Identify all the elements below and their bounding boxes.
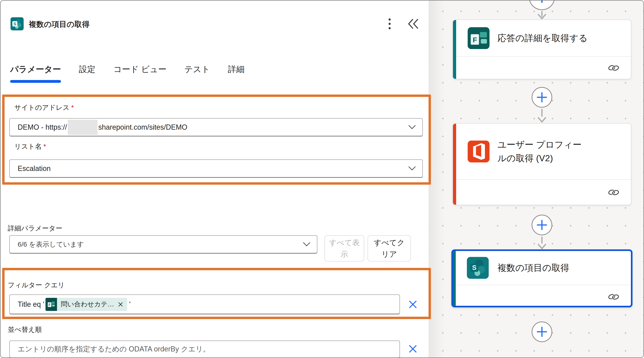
filter-query-input[interactable]: Title eq ' F 問い合わせカテ… ' [9,294,400,314]
flow-card-get-user-profile[interactable]: ユーザー プロフィー ルの取得 (V2) [452,123,631,205]
card-stripe [453,124,456,205]
sharepoint-icon: S [467,257,489,279]
action-config-panel: S 複数の項目の取得 パラメーター 設定 コード ビュー テスト 詳細 サイトの… [0,0,428,358]
flow-connector-line [541,109,542,117]
list-name-select[interactable]: Escalation [9,160,423,178]
insert-action-button[interactable] [532,215,552,235]
page-title: 複数の項目の取得 [29,19,90,30]
svg-text:S: S [472,264,476,271]
site-address-select[interactable]: DEMO - https://sharepoint.com/sites/DEMO [9,118,423,136]
card-title: ユーザー プロフィー ルの取得 (V2) [498,138,624,165]
plus-icon [536,92,548,103]
flow-card-get-response-details[interactable]: F 応答の詳細を取得する [452,20,631,79]
tab-settings[interactable]: 設定 [79,64,96,83]
redacted-tenant-block [68,120,98,135]
required-asterisk: * [43,142,46,150]
advanced-parameters-select[interactable]: 6/6 を表示しています [9,235,317,254]
connection-icon[interactable] [608,63,620,72]
plus-icon [536,326,548,337]
list-name-label: リスト名* [14,142,46,151]
advanced-parameters-label: 詳細パラメーター [8,224,62,233]
sort-order-input[interactable]: エントリの順序を指定するための ODATA orderBy クエリ。 [9,340,400,358]
dynamic-content-token[interactable]: F 問い合わせカテ… [46,298,127,311]
more-menu-button[interactable] [383,17,396,30]
forms-icon: F [468,27,490,49]
card-title: 応答の詳細を取得する [498,31,624,45]
double-chevron-left-icon [407,18,420,30]
site-address-value-prefix: DEMO - https:// [18,123,67,132]
tab-parameters[interactable]: パラメーター [10,64,61,83]
tab-test[interactable]: テスト [184,64,210,83]
clear-x-icon [408,344,418,354]
sort-order-placeholder: エントリの順序を指定するための ODATA orderBy クエリ。 [18,344,210,354]
tab-bar: パラメーター 設定 コード ビュー テスト 詳細 [10,64,245,83]
required-asterisk: * [71,104,74,111]
insert-action-button[interactable] [532,322,552,342]
filter-query-label: フィルター クエリ [8,280,65,290]
arrow-down-icon [538,244,546,250]
card-divider [456,285,631,285]
chevron-down-icon [408,125,416,129]
site-address-value-suffix: sharepoint.com/sites/DEMO [98,123,187,132]
card-stripe [453,20,456,79]
sort-order-label: 並べ替え順 [8,325,42,334]
filter-text-before: Title eq ' [18,300,44,308]
arrow-down-icon [538,117,546,123]
more-vertical-icon [388,18,391,30]
chevron-down-icon [408,166,416,170]
sharepoint-icon: S [10,17,24,30]
card-title: 複数の項目の取得 [498,261,624,274]
site-address-label: サイトのアドレス* [14,103,74,112]
app-window: S 複数の項目の取得 パラメーター 設定 コード ビュー テスト 詳細 サイトの… [0,0,644,358]
card-divider [456,179,631,180]
clear-x-icon [408,300,418,309]
card-divider [456,56,631,56]
tab-about[interactable]: 詳細 [228,64,245,83]
svg-text:F: F [48,303,50,306]
flow-connector-line [541,236,542,244]
connection-icon[interactable] [608,188,620,197]
tab-code-view[interactable]: コード ビュー [114,64,166,83]
chevron-down-icon [303,242,310,246]
svg-text:F: F [473,36,477,44]
insert-action-button[interactable] [532,87,552,108]
forms-icon: F [46,298,57,311]
clear-sort-button[interactable] [408,344,418,354]
flow-canvas[interactable]: F 応答の詳細を取得する [428,0,644,358]
clear-filter-button[interactable] [408,300,418,309]
advanced-parameters-value: 6/6 を表示しています [18,240,84,249]
plus-icon [536,0,548,4]
flow-card-get-items-selected[interactable]: S 複数の項目の取得 [452,250,632,307]
card-stripe [453,251,456,306]
plus-icon [536,220,548,230]
svg-text:S: S [14,22,16,26]
insert-action-button[interactable] [529,0,555,10]
clear-all-button[interactable]: すべてクリア [368,235,411,262]
token-close-icon[interactable] [118,302,123,307]
collapse-panel-button[interactable] [406,17,421,30]
filter-text-after: ' [129,300,130,308]
list-name-value: Escalation [18,164,51,173]
show-all-button[interactable]: すべて表示 [324,235,364,262]
office365-icon [468,140,490,162]
arrow-down-icon [538,14,546,20]
connection-icon[interactable] [608,292,620,302]
